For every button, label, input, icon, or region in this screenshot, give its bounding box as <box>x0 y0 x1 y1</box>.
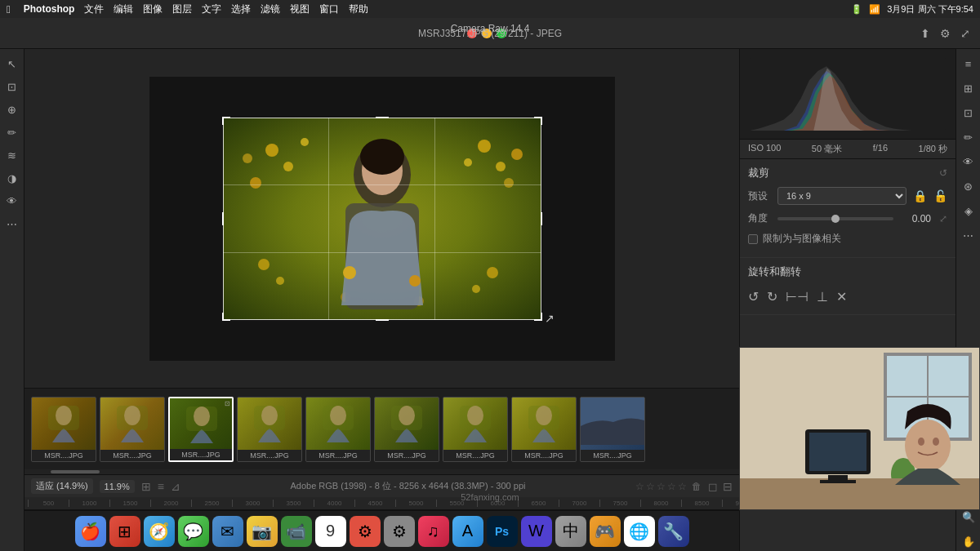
star-1[interactable]: ☆ <box>635 481 644 492</box>
dock-mail[interactable]: ✉ <box>212 516 243 547</box>
star-4[interactable]: ☆ <box>667 481 676 492</box>
crop-reset-icon[interactable]: ↺ <box>939 167 947 179</box>
dock-facetime[interactable]: 📹 <box>281 516 312 547</box>
zoom-pct[interactable]: 11.9% <box>100 480 135 493</box>
crop-handle-tr[interactable] <box>534 117 542 125</box>
dock-chrome[interactable]: 🌐 <box>624 516 655 547</box>
menu-photoshop[interactable]: Photoshop <box>24 3 75 15</box>
crop-handle-br[interactable] <box>534 313 542 321</box>
angle-thumb[interactable] <box>831 215 840 223</box>
menu-file[interactable]: 文件 <box>84 2 104 16</box>
heal-tool[interactable]: ⊕ <box>2 100 22 119</box>
dock-calendar[interactable]: 9 <box>315 516 346 547</box>
menu-window[interactable]: 窗口 <box>319 2 339 16</box>
crop-handle-lc[interactable] <box>222 212 230 225</box>
right-icon-history[interactable]: ⊛ <box>959 176 978 196</box>
angle-value: 0.00 <box>898 213 931 224</box>
constrain-label: 限制为与图像相关 <box>763 232 841 246</box>
brush-tool[interactable]: ✏ <box>2 122 22 142</box>
filmstrip-thumb-1[interactable]: MSR....JPG <box>100 397 165 462</box>
dock-misc2[interactable]: 🔧 <box>658 516 689 547</box>
rating-stars[interactable]: ☆ ☆ ☆ ☆ ☆ 🗑 <box>635 481 702 492</box>
right-icon-brush[interactable]: ✏ <box>959 127 978 147</box>
crop-tool active[interactable]: ⊡ <box>2 77 22 96</box>
split-view-icon[interactable]: ⊟ <box>723 480 733 493</box>
expand-icon[interactable]: ⤢ <box>960 27 970 40</box>
svg-point-14 <box>472 285 480 293</box>
crop-handle-bl[interactable] <box>222 313 230 321</box>
right-icon-more[interactable]: ⋯ <box>959 225 978 245</box>
filmstrip-thumb-4[interactable]: MSR....JPG <box>305 397 371 462</box>
hand-tool[interactable]: ✋ <box>959 531 978 551</box>
dock-game[interactable]: 🎮 <box>590 516 621 547</box>
upload-icon[interactable]: ⬆ <box>920 27 930 40</box>
filmstrip-thumb-5[interactable]: MSR....JPG <box>374 397 439 462</box>
zoom-fit-label[interactable]: 适应 (14.9%) <box>31 478 93 494</box>
right-icon-2[interactable]: ⊞ <box>959 78 978 98</box>
dock-launchpad[interactable]: ⊞ <box>109 516 140 547</box>
crop-handle-rc[interactable] <box>534 212 542 225</box>
right-icon-eye[interactable]: 👁 <box>959 152 978 171</box>
dock-lang[interactable]: 中 <box>555 516 586 547</box>
filmstrip-thumb-3[interactable]: MSR....JPG <box>237 397 302 462</box>
filmstrip-thumb-7[interactable]: MSR....JPG <box>511 397 577 462</box>
cursor-tool[interactable]: ↖ <box>2 54 22 73</box>
flip-x-button[interactable]: ✕ <box>836 289 847 304</box>
flip-h-button[interactable]: ⊢⊣ <box>786 289 808 304</box>
right-icon-mixer[interactable]: ◈ <box>959 201 978 220</box>
star-2[interactable]: ☆ <box>646 481 655 492</box>
menu-select[interactable]: 选择 <box>231 2 251 16</box>
canvas-viewport[interactable]: ↗ <box>24 49 739 388</box>
single-view-icon[interactable]: ◻ <box>708 480 718 493</box>
dock-appstore[interactable]: A <box>452 516 483 547</box>
dock-office[interactable]: W <box>521 516 552 547</box>
menu-view[interactable]: 视图 <box>290 2 310 16</box>
resize-cursor: ↗ <box>545 312 555 325</box>
rotate-ccw-button[interactable]: ↺ <box>748 289 759 304</box>
filmstrip-thumb-2[interactable]: MSR....JPG⊡ <box>168 397 234 462</box>
filmstrip-thumb-8[interactable]: MSR....JPG <box>580 397 645 462</box>
menu-help[interactable]: 帮助 <box>349 2 368 16</box>
list-icon[interactable]: ≡ <box>158 480 164 493</box>
delete-icon[interactable]: 🗑 <box>692 481 702 492</box>
menu-filter[interactable]: 滤镜 <box>261 2 280 16</box>
crop-handle-tl[interactable] <box>222 117 230 125</box>
settings-icon[interactable]: ⚙ <box>940 27 951 40</box>
crop-handle-bc[interactable] <box>376 313 389 321</box>
preset-select[interactable]: 16 x 9 <box>777 187 906 205</box>
scroll-thumb-h[interactable] <box>51 470 100 473</box>
apple-logo[interactable]:  <box>7 3 11 16</box>
constrain-checkbox[interactable] <box>748 234 758 244</box>
filter-icon[interactable]: ⊿ <box>171 480 180 493</box>
menu-edit[interactable]: 编辑 <box>114 2 133 16</box>
flip-v-button[interactable]: ⊥ <box>817 289 828 304</box>
angle-slider[interactable] <box>777 217 893 220</box>
dock-photos[interactable]: 📷 <box>247 516 278 547</box>
right-icon-crop[interactable]: ⊡ <box>959 103 978 122</box>
dock-ps[interactable]: Ps <box>487 516 518 547</box>
dock-misc1[interactable]: ⚙ <box>350 516 381 547</box>
grid-icon[interactable]: ⊞ <box>141 480 151 493</box>
rotate-cw-button[interactable]: ↻ <box>767 289 777 304</box>
filter-tool[interactable]: ≋ <box>2 145 22 165</box>
dock-music[interactable]: ♫ <box>418 516 449 547</box>
more-tool[interactable]: ⋯ <box>2 214 22 233</box>
star-3[interactable]: ☆ <box>657 481 666 492</box>
dock-messages[interactable]: 💬 <box>178 516 209 547</box>
filmstrip-thumb-0[interactable]: MSR....JPG <box>31 397 96 462</box>
dock-safari[interactable]: 🧭 <box>144 516 175 547</box>
crop-handle-tc[interactable] <box>376 117 389 125</box>
unlock-icon[interactable]: 🔓 <box>933 189 947 202</box>
menu-layer[interactable]: 图层 <box>172 2 192 16</box>
straighten-icon[interactable]: ⤢ <box>939 213 947 224</box>
lock-icon[interactable]: 🔒 <box>913 189 927 202</box>
filmstrip-thumb-6[interactable]: MSR....JPG <box>443 397 508 462</box>
menu-image[interactable]: 图像 <box>143 2 163 16</box>
dock-finder[interactable]: 🍎 <box>75 516 106 547</box>
gradient-tool[interactable]: ◑ <box>2 168 22 188</box>
dock-settings[interactable]: ⚙ <box>384 516 415 547</box>
star-5[interactable]: ☆ <box>678 481 687 492</box>
eye-tool[interactable]: 👁 <box>2 191 22 211</box>
right-icon-1[interactable]: ≡ <box>959 54 978 73</box>
menu-text[interactable]: 文字 <box>202 2 221 16</box>
